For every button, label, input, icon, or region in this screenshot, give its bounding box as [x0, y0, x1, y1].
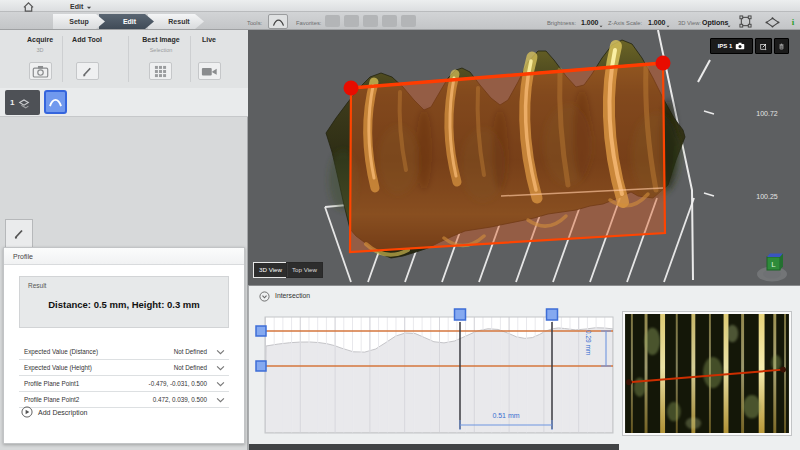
best-image-button[interactable] — [149, 62, 172, 80]
camera-icon — [32, 65, 49, 78]
intersection-title: Intersection — [275, 292, 310, 299]
3d-view-button-label: 3D View — [259, 266, 282, 273]
plane-endpoint-handle[interactable] — [344, 81, 359, 96]
intersection-panel: Intersection — [248, 285, 800, 450]
row-value: -0.479, -0.031, 0.500 — [149, 380, 207, 387]
chevron-down-icon — [87, 6, 91, 8]
edit-export-button[interactable] — [755, 38, 772, 54]
height-measurement-label: 0.29 mm — [585, 330, 592, 374]
measurement-item-1[interactable]: 1 — [5, 90, 40, 115]
application-window: Edit Setup Edit Result Tools: Favorites:… — [0, 0, 800, 450]
right-distance-handle[interactable] — [547, 309, 558, 320]
tab-edit-label: Edit — [123, 18, 136, 25]
profile-tool-selected-button[interactable] — [44, 90, 67, 114]
selection-frame-button[interactable] — [737, 14, 753, 29]
orientation-gizmo[interactable]: L — [750, 249, 792, 283]
chevron-down-icon[interactable] — [216, 365, 225, 371]
home-icon[interactable] — [22, 0, 35, 12]
divider — [128, 36, 129, 82]
3d-layers-icon — [17, 97, 31, 109]
camera-icon — [735, 42, 745, 50]
result-box: Result Distance: 0.5 mm, Height: 0.3 mm — [19, 276, 229, 328]
profile-tool-tab[interactable] — [5, 219, 33, 248]
favorite-slot[interactable] — [325, 15, 340, 27]
plane-endpoint-handle[interactable] — [656, 56, 671, 71]
tab-edit[interactable]: Edit — [99, 14, 154, 29]
row-label: Expected Value (Height) — [24, 364, 92, 371]
plane-view-button[interactable] — [764, 14, 780, 29]
favorite-slot[interactable] — [401, 15, 416, 27]
row-value: 0.472, 0.039, 0.500 — [153, 396, 207, 403]
intersection-header[interactable]: Intersection — [249, 286, 800, 306]
row-label: Profile Plane Point1 — [24, 380, 79, 387]
trash-icon — [779, 41, 784, 52]
tools-profile-button[interactable] — [268, 14, 288, 29]
add-tool-button[interactable] — [76, 62, 99, 80]
top-view-button[interactable]: Top View — [286, 262, 323, 278]
best-image-label: Best Image — [130, 36, 192, 43]
delete-button[interactable] — [774, 38, 789, 54]
row-expected-height[interactable]: Expected Value (Height) Not Defined — [19, 360, 229, 376]
favorite-slot[interactable] — [382, 15, 397, 27]
favorite-slot[interactable] — [363, 15, 378, 27]
z-axis-scale-value[interactable]: 1.000 — [648, 19, 666, 26]
chevron-down-icon — [600, 26, 603, 28]
live-button[interactable] — [198, 62, 221, 80]
tab-setup[interactable]: Setup — [53, 14, 105, 29]
row-plane-point1[interactable]: Profile Plane Point1 -0.479, -0.031, 0.5… — [19, 376, 229, 392]
live-label: Live — [188, 36, 230, 43]
collapse-icon[interactable] — [259, 291, 270, 302]
left-distance-handle[interactable] — [455, 309, 466, 320]
video-camera-icon — [201, 66, 218, 77]
chevron-down-icon[interactable] — [216, 349, 225, 355]
add-description-label: Add Description — [38, 409, 87, 416]
chevron-down-icon — [667, 26, 670, 28]
result-label: Result — [28, 282, 46, 289]
row-expected-distance[interactable]: Expected Value (Distance) Not Defined — [19, 344, 229, 360]
camera-preview-image[interactable] — [623, 312, 791, 435]
top-view-button-label: Top View — [292, 266, 317, 273]
row-label: Profile Plane Point2 — [24, 396, 79, 403]
measurement-item-row: 1 — [0, 88, 248, 117]
main-toolbar: Setup Edit Result Tools: Favorites: Brig… — [0, 12, 800, 30]
3d-viewport[interactable]: IPS 1 1 — [248, 30, 800, 285]
edit-menu[interactable]: Edit — [70, 0, 92, 12]
acquire-sublabel: 3D — [14, 47, 66, 53]
distance-measurement-label: 0.51 mm — [461, 412, 551, 419]
expand-play-icon — [21, 406, 33, 418]
info-icon[interactable]: i — [788, 15, 798, 28]
intersection-profile-chart[interactable] — [251, 307, 617, 447]
divider — [62, 36, 63, 82]
best-image-sublabel: Selection — [130, 47, 192, 53]
pencil-icon — [81, 65, 94, 78]
upper-cursor-handle[interactable] — [256, 326, 266, 336]
acquire-label: Acquire — [14, 36, 66, 43]
menu-bar: Edit — [0, 0, 800, 12]
tab-result-label: Result — [168, 18, 189, 25]
brightness-value[interactable]: 1.000 — [581, 19, 599, 26]
acquire-header: Acquire 3D Add Tool Best Image Selection… — [0, 30, 248, 88]
chevron-down-icon[interactable] — [216, 397, 225, 403]
profile-cutting-plane[interactable] — [344, 56, 671, 253]
3d-view-button[interactable]: 3D View — [253, 262, 288, 278]
profile-peak-icon — [48, 96, 63, 108]
row-label: Expected Value (Distance) — [24, 348, 98, 355]
ips-capture-button[interactable]: IPS 1 — [710, 38, 753, 54]
acquire-button[interactable] — [29, 62, 52, 80]
add-description-button[interactable]: Add Description — [21, 406, 87, 418]
item-index: 1 — [10, 98, 14, 107]
3d-view-label: 3D View: — [678, 20, 701, 26]
brightness-label: Brightness: — [547, 20, 576, 26]
profile-panel-title: Profile — [4, 248, 244, 265]
ips-label: IPS 1 — [718, 43, 733, 49]
chevron-down-icon[interactable] — [216, 381, 225, 387]
gizmo-face-label: L — [771, 260, 776, 269]
lower-cursor-handle[interactable] — [256, 361, 266, 371]
tab-result[interactable]: Result — [148, 14, 204, 29]
favorites-label: Favorites: — [296, 20, 321, 26]
favorite-slot[interactable] — [344, 15, 359, 27]
z-tick-label-lower: 100.25 — [744, 193, 790, 200]
plane-diamond-icon — [765, 15, 780, 28]
3d-view-options[interactable]: Options — [702, 19, 728, 26]
left-panel: Acquire 3D Add Tool Best Image Selection… — [0, 30, 248, 450]
